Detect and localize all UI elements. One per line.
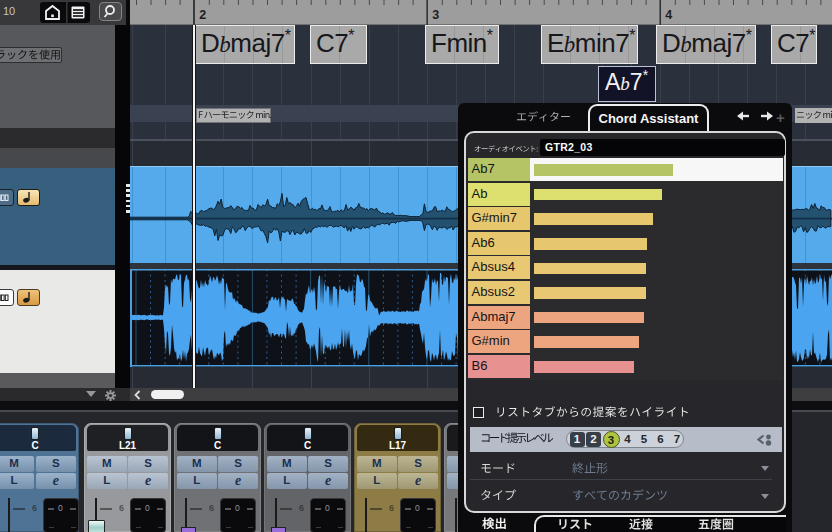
svg-text:3: 3: [432, 8, 439, 22]
svg-text:2: 2: [199, 8, 206, 22]
svg-text:4: 4: [665, 8, 672, 22]
